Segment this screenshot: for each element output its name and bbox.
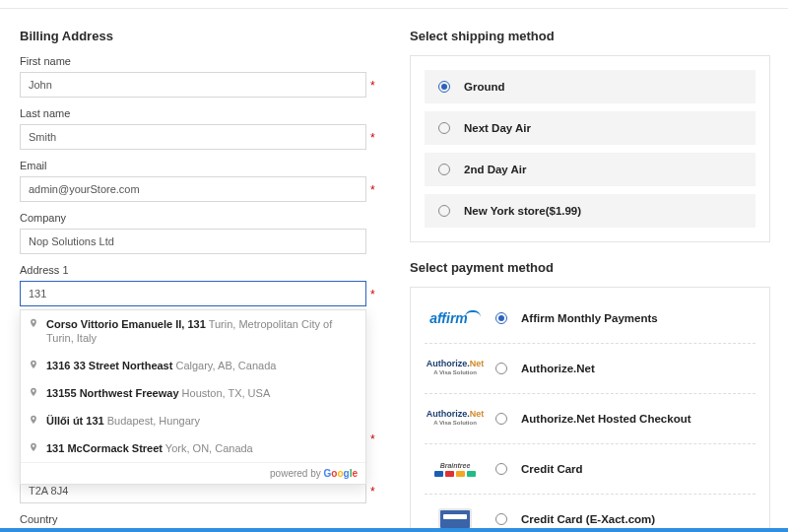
suggestion-secondary: Houston, TX, USA [179,387,271,399]
powered-by-text: powered by [270,468,323,479]
payment-panel: affirmAffirm Monthly PaymentsAuthorize.N… [410,287,770,532]
last-name-input[interactable] [20,124,366,150]
suggestion-secondary: York, ON, Canada [163,442,253,454]
last-name-label: Last name [20,107,380,119]
required-indicator: * [370,485,375,499]
radio-icon [438,164,450,175]
payment-option-label: Authorize.Net [521,363,595,374]
shipping-option[interactable]: Next Day Air [425,111,755,145]
payment-option[interactable]: affirmAffirm Monthly Payments [425,294,755,344]
first-name-field: First name * [20,55,380,98]
shipping-title: Select shipping method [410,29,770,43]
radio-icon [495,312,507,324]
suggestion-main: Corso Vittorio Emanuele II, 131 [46,318,206,330]
suggestion-secondary: Calgary, AB, Canada [172,360,276,371]
affirm-logo: affirm [428,303,482,333]
payment-title: Select payment method [410,260,770,275]
payment-option[interactable]: Authorize.NetA Visa SolutionAuthorize.Ne… [425,344,755,394]
radio-icon [495,463,507,475]
billing-address-section: Billing Address First name * Last name *… [20,29,380,532]
shipping-option-label: New York store($1.99) [464,205,581,217]
country-label: Country [20,513,380,525]
company-label: Company [20,212,380,224]
address1-label: Address 1 [20,264,380,276]
email-input[interactable] [20,176,366,202]
shipping-option[interactable]: Ground [425,70,755,103]
payment-option[interactable]: Authorize.NetA Visa SolutionAuthorize.Ne… [425,394,755,444]
payment-option-label: Credit Card [521,463,583,475]
shipping-option-label: 2nd Day Air [464,164,526,175]
suggestion-main: Üllői út 131 [46,415,104,427]
required-indicator: * [370,79,375,93]
loading-bar [0,528,788,532]
email-label: Email [20,160,380,171]
radio-icon [438,122,450,134]
shipping-option[interactable]: New York store($1.99) [425,194,755,228]
radio-icon [495,513,507,525]
map-pin-icon [29,359,38,370]
radio-icon [438,81,450,93]
suggestion-secondary: Budapest, Hungary [104,415,200,427]
required-indicator: * [370,183,375,197]
radio-icon [438,205,450,217]
email-field: Email * [20,160,380,202]
required-indicator: * [370,432,375,446]
map-pin-icon [29,317,38,329]
required-indicator: * [370,131,375,145]
autocomplete-suggestion[interactable]: 13155 Northwest Freeway Houston, TX, USA [21,379,365,407]
autocomplete-suggestion[interactable]: Üllői út 131 Budapest, Hungary [21,407,365,434]
authnet-logo: Authorize.NetA Visa Solution [428,354,482,383]
required-indicator: * [370,288,375,301]
autocomplete-attribution: powered by Google [21,462,365,484]
payment-option[interactable]: Credit Card (E-Xact.com) [425,495,755,532]
payment-option-label: Credit Card (E-Xact.com) [521,513,655,525]
payment-option-label: Authorize.Net Hosted Checkout [521,413,691,425]
last-name-field: Last name * [20,107,380,150]
shipping-option[interactable]: 2nd Day Air [425,153,755,186]
first-name-label: First name [20,55,380,67]
suggestion-main: 131 McCormack Street [46,442,163,454]
suggestion-main: 1316 33 Street Northeast [46,360,172,371]
shipping-option-label: Next Day Air [464,122,531,134]
suggestion-main: 13155 Northwest Freeway [46,387,179,399]
braintree-logo: Braintree [428,454,482,484]
map-pin-icon [29,414,38,426]
billing-title: Billing Address [20,29,380,43]
radio-icon [495,413,507,425]
autocomplete-suggestion[interactable]: Corso Vittorio Emanuele II, 131 Turin, M… [21,310,365,352]
authnet-logo: Authorize.NetA Visa Solution [428,404,482,433]
first-name-input[interactable] [20,72,366,98]
address1-field: Address 1 * Corso Vittorio Emanuele II, … [20,264,380,306]
company-field: Company [20,212,380,254]
payment-option-label: Affirm Monthly Payments [521,312,658,324]
radio-icon [495,363,507,374]
map-pin-icon [29,441,38,453]
address1-input[interactable] [20,281,366,306]
map-pin-icon [29,386,38,398]
company-input[interactable] [20,229,366,254]
payment-option[interactable]: BraintreeCredit Card [425,444,755,495]
autocomplete-suggestion[interactable]: 1316 33 Street Northeast Calgary, AB, Ca… [21,352,365,379]
shipping-option-label: Ground [464,81,505,93]
autocomplete-suggestion[interactable]: 131 McCormack Street York, ON, Canada [21,434,365,462]
shipping-panel: GroundNext Day Air2nd Day AirNew York st… [410,55,770,242]
google-logo: Google [324,468,358,479]
address-autocomplete-dropdown: Corso Vittorio Emanuele II, 131 Turin, M… [20,309,366,485]
